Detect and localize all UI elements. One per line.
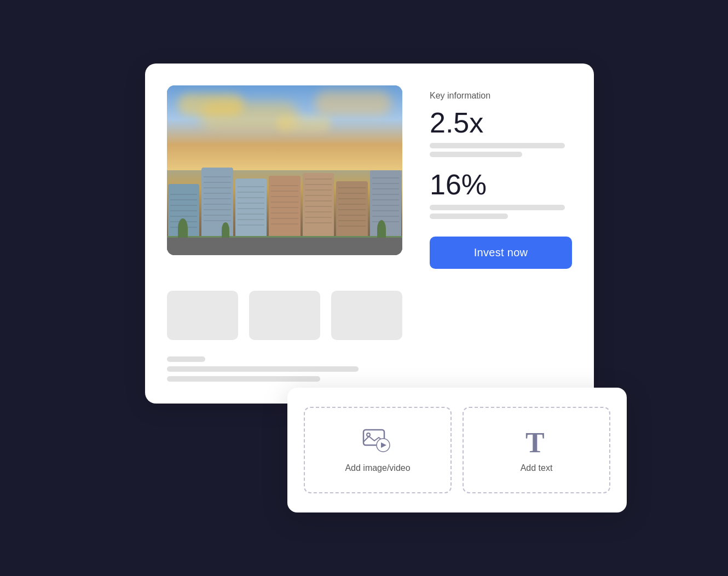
card-top: Key information 2.5x 16% Invest now [167, 85, 572, 269]
tree-2 [222, 222, 229, 238]
add-text-option[interactable]: T Add text [463, 407, 610, 493]
cloud-4 [276, 116, 331, 132]
key-info-label: Key information [430, 91, 572, 101]
text-line-2 [167, 366, 359, 372]
main-card: Key information 2.5x 16% Invest now [145, 64, 594, 404]
metric-block-1: 2.5x [430, 107, 572, 157]
thumbnail-2 [249, 291, 320, 340]
add-image-video-label: Add image/video [345, 463, 410, 473]
cloud-3 [315, 91, 391, 116]
scene: Key information 2.5x 16% Invest now [118, 64, 610, 512]
key-info: Key information 2.5x 16% Invest now [430, 85, 572, 269]
skeleton-line-3 [430, 205, 565, 210]
skeleton-line-2 [430, 152, 522, 157]
image-video-icon [361, 427, 394, 454]
text-line-1 [167, 356, 205, 362]
tree-3 [377, 220, 386, 238]
text-icon: T [520, 427, 553, 454]
tree-1 [178, 218, 188, 238]
skeleton-line-4 [430, 214, 508, 219]
road [167, 238, 402, 255]
add-image-video-option[interactable]: Add image/video [304, 407, 452, 493]
property-image [167, 85, 402, 255]
thumbnail-row [167, 291, 572, 340]
thumbnail-3 [331, 291, 402, 340]
add-text-label: Add text [521, 463, 553, 473]
metric-value-2: 16% [430, 169, 572, 200]
text-line-3 [167, 376, 320, 382]
metric-block-2: 16% [430, 169, 572, 219]
svg-point-1 [367, 433, 370, 436]
metric-value-1: 2.5x [430, 107, 572, 139]
thumbnail-1 [167, 291, 238, 340]
add-content-panel: Add image/video T Add text [287, 388, 627, 512]
skeleton-line-1 [430, 143, 565, 148]
text-lines [167, 356, 572, 382]
invest-now-button[interactable]: Invest now [430, 237, 572, 269]
svg-text:T: T [525, 427, 545, 456]
